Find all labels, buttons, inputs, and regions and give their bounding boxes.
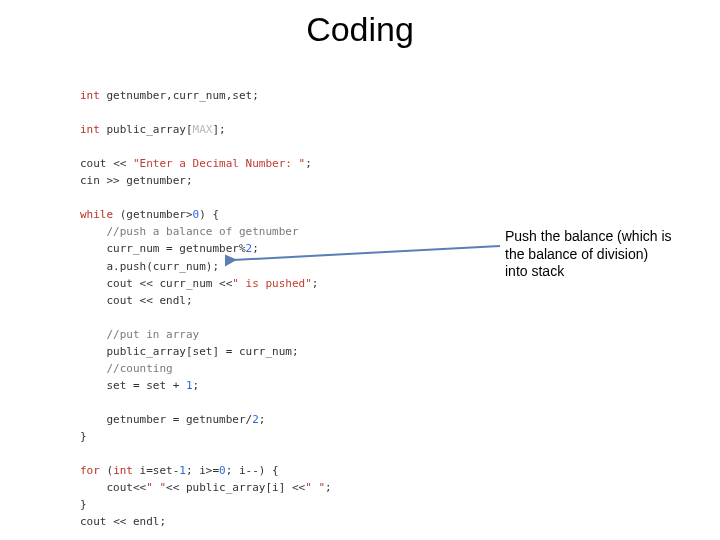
code-text: ]; bbox=[212, 123, 225, 136]
code-text: ; bbox=[252, 242, 259, 255]
code-text: cout bbox=[80, 294, 140, 307]
code-text: public_array[i] bbox=[179, 481, 292, 494]
code-text: getnumber = getnumber/ bbox=[80, 413, 252, 426]
code-text: curr_num = getnumber% bbox=[80, 242, 246, 255]
string-literal: " " bbox=[146, 481, 166, 494]
num: 1 bbox=[186, 379, 193, 392]
code-text: a.push(curr_num); bbox=[80, 260, 219, 273]
code-text: endl; bbox=[153, 294, 193, 307]
op: >> bbox=[107, 174, 120, 187]
code-text: ; bbox=[325, 481, 332, 494]
kw-int: int bbox=[80, 123, 100, 136]
code-text: cout bbox=[80, 481, 133, 494]
op: << bbox=[113, 157, 126, 170]
code-text: (getnumber> bbox=[113, 208, 192, 221]
code-text: i=set- bbox=[133, 464, 179, 477]
code-text: getnumber,curr_num,set; bbox=[100, 89, 259, 102]
code-text: curr_num bbox=[153, 277, 219, 290]
code-text: getnumber; bbox=[120, 174, 193, 187]
code-text: cout bbox=[80, 277, 140, 290]
op: << bbox=[133, 481, 146, 494]
code-text: ; bbox=[193, 379, 200, 392]
code-text: ) { bbox=[199, 208, 219, 221]
annotation-line: the balance of division) bbox=[505, 246, 690, 264]
code-text: cout bbox=[80, 157, 113, 170]
code-text: public_array[ bbox=[100, 123, 193, 136]
annotation-text: Push the balance (which is the balance o… bbox=[505, 228, 690, 281]
code-text: ; i--) { bbox=[226, 464, 279, 477]
code-block: int getnumber,curr_num,set; int public_a… bbox=[80, 70, 332, 530]
slide-title: Coding bbox=[0, 10, 720, 49]
num: 1 bbox=[179, 464, 186, 477]
op: << bbox=[219, 277, 232, 290]
kw-int: int bbox=[113, 464, 133, 477]
comment: //push a balance of getnumber bbox=[80, 225, 299, 238]
code-text: cin bbox=[80, 174, 107, 187]
num: 0 bbox=[219, 464, 226, 477]
string-literal: "Enter a Decimal Number: " bbox=[126, 157, 305, 170]
annotation-line: Push the balance (which is bbox=[505, 228, 690, 246]
code-text: } bbox=[80, 498, 87, 511]
op: << bbox=[292, 481, 305, 494]
const-max: MAX bbox=[193, 123, 213, 136]
code-text: } bbox=[80, 430, 87, 443]
string-literal: " is pushed" bbox=[232, 277, 311, 290]
num: 2 bbox=[252, 413, 259, 426]
code-text: set = set + bbox=[80, 379, 186, 392]
code-text: public_array[set] = curr_num; bbox=[80, 345, 299, 358]
comment: //put in array bbox=[80, 328, 199, 341]
annotation-line: into stack bbox=[505, 263, 690, 281]
string-literal: " " bbox=[305, 481, 325, 494]
code-text: ; bbox=[259, 413, 266, 426]
code-text: ; bbox=[312, 277, 319, 290]
kw-int: int bbox=[80, 89, 100, 102]
code-text: ( bbox=[100, 464, 113, 477]
kw-for: for bbox=[80, 464, 100, 477]
comment: //counting bbox=[80, 362, 173, 375]
op: << bbox=[166, 481, 179, 494]
code-text: ; bbox=[305, 157, 312, 170]
kw-while: while bbox=[80, 208, 113, 221]
code-text: ; i>= bbox=[186, 464, 219, 477]
op: << bbox=[140, 294, 153, 307]
op: << bbox=[140, 277, 153, 290]
code-text: cout bbox=[80, 515, 113, 528]
op: << bbox=[113, 515, 126, 528]
code-text: endl; bbox=[126, 515, 166, 528]
